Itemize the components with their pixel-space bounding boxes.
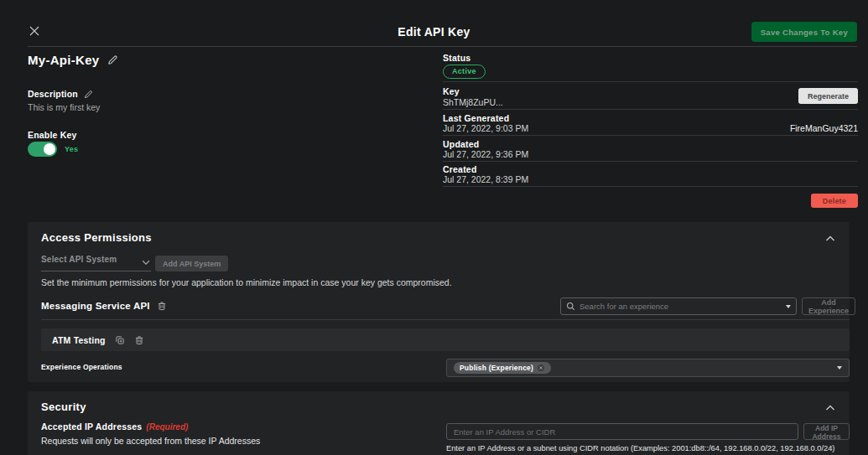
security-title: Security	[41, 401, 86, 413]
api-system-name: Messaging Service API	[41, 301, 150, 311]
dropdown-caret-icon	[837, 366, 842, 370]
description-text: This is my first key	[28, 102, 100, 112]
divider	[443, 81, 858, 82]
experience-operations-label: Experience Operations	[41, 363, 122, 371]
collapse-access-permissions-icon[interactable]	[824, 233, 836, 245]
experience-search-input[interactable]	[580, 302, 782, 311]
add-ip-address-button[interactable]: Add IP Address	[803, 423, 850, 440]
operation-chip: Publish (Experience)	[454, 362, 551, 374]
description-label: Description	[28, 89, 78, 99]
key-label: Key	[443, 86, 460, 96]
status-badge: Active	[443, 65, 486, 79]
experience-name: ATM Testing	[52, 335, 106, 345]
add-experience-button[interactable]: Add Experience	[802, 297, 855, 315]
enable-key-row: Yes	[28, 142, 78, 157]
status-label: Status	[443, 53, 470, 63]
created-label: Created	[443, 164, 477, 174]
experience-row: ATM Testing	[41, 328, 850, 351]
dropdown-caret-icon	[786, 305, 791, 308]
page-title: Edit API Key	[0, 25, 868, 39]
last-generated-label: Last Generated	[443, 113, 509, 123]
edit-name-icon[interactable]	[107, 54, 118, 65]
delete-button[interactable]: Delete	[811, 194, 858, 208]
toggle-knob	[44, 143, 55, 155]
api-key-name: My-Api-Key	[28, 53, 100, 67]
operation-chip-label: Publish (Experience)	[460, 364, 533, 372]
updated-value: Jul 27, 2022, 9:36 PM	[443, 149, 528, 159]
accepted-ip-row: Accepted IP Addresses (Required)	[41, 421, 188, 432]
key-details-panel: Status Active Key ShTMj8ZuPU... Regenera…	[443, 50, 858, 214]
accepted-ip-label: Accepted IP Addresses	[41, 421, 142, 432]
divider	[443, 161, 858, 162]
description-row: Description	[28, 89, 93, 99]
regenerate-button[interactable]: Regenerate	[798, 88, 858, 104]
updated-label: Updated	[443, 139, 479, 149]
select-api-system-dropdown[interactable]: Select API System	[41, 255, 151, 271]
last-generated-value: Jul 27, 2022, 9:03 PM	[443, 123, 528, 133]
divider	[443, 109, 858, 110]
header-divider	[28, 46, 857, 47]
access-permissions-section: Access Permissions Select API System Add…	[28, 222, 850, 382]
required-note: (Required)	[146, 422, 188, 432]
save-changes-button[interactable]: Save Changes To Key	[751, 22, 857, 42]
access-permissions-title: Access Permissions	[41, 231, 152, 244]
search-icon	[566, 302, 575, 311]
enable-key-label: Enable Key	[28, 130, 77, 140]
security-section: Security Accepted IP Addresses (Required…	[28, 391, 850, 455]
divider	[443, 135, 858, 136]
copy-experience-icon[interactable]	[115, 335, 125, 345]
enable-key-state: Yes	[65, 145, 78, 153]
edit-description-icon[interactable]	[84, 90, 93, 99]
permissions-hint: Set the minimum permissions for your app…	[41, 277, 452, 287]
divider	[41, 319, 850, 320]
delete-experience-icon[interactable]	[134, 335, 144, 345]
operations-multiselect[interactable]: Publish (Experience)	[446, 359, 850, 377]
created-value: Jul 27, 2022, 8:39 PM	[443, 174, 528, 184]
ip-description: Requests will only be accepted from thes…	[41, 436, 260, 446]
api-system-header-row: Messaging Service API	[41, 301, 167, 311]
remove-operation-icon[interactable]	[537, 364, 545, 372]
ip-address-input[interactable]	[446, 423, 798, 440]
delete-api-system-icon[interactable]	[157, 301, 167, 311]
add-api-system-button[interactable]: Add API System	[155, 256, 228, 271]
api-key-name-row: My-Api-Key	[28, 53, 118, 67]
ip-format-hint: Enter an IP Address or a subnet using CI…	[446, 444, 834, 452]
experience-search-box[interactable]	[560, 297, 797, 315]
chevron-down-icon	[141, 256, 151, 271]
enable-key-toggle[interactable]	[28, 142, 57, 157]
generated-by-user: FireManGuy4321	[790, 123, 858, 133]
select-api-system-value: Select API System	[41, 255, 117, 264]
collapse-security-icon[interactable]	[824, 402, 836, 414]
key-value: ShTMj8ZuPU...	[443, 97, 503, 107]
divider	[443, 186, 858, 187]
